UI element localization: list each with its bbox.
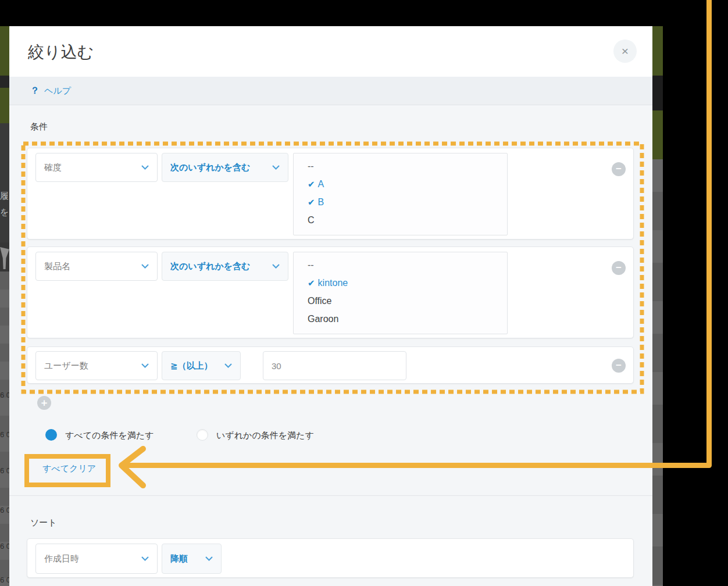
filter-dialog: 絞り込む × ？ ヘルプ 条件 確度 次のいずれかを含む -- ✔A ✔B C xyxy=(9,26,652,586)
background-left-strip xyxy=(0,242,9,271)
background-left-strip xyxy=(0,76,9,88)
sort-order-value: 降順 xyxy=(170,553,188,564)
background-row-fragment: 6 0 xyxy=(0,542,9,551)
help-bar: ？ ヘルプ xyxy=(9,77,652,105)
check-icon: ✔ xyxy=(308,197,315,208)
sort-order-select[interactable]: 降順 xyxy=(162,544,222,574)
field-select-value: 製品名 xyxy=(44,261,70,272)
sort-row: 作成日時 降順 xyxy=(27,538,634,578)
field-select-value: ユーザー数 xyxy=(44,360,88,371)
chevron-down-icon xyxy=(224,363,232,368)
chevron-down-icon xyxy=(141,264,149,269)
condition-row: 確度 次のいずれかを含む -- ✔A ✔B C − xyxy=(27,148,634,240)
background-left-strip: 履 を xyxy=(0,123,9,242)
chevron-down-icon xyxy=(141,556,149,561)
background-right-strip xyxy=(652,159,663,586)
sort-field-select[interactable]: 作成日時 xyxy=(35,544,158,574)
help-icon: ？ xyxy=(30,85,40,97)
background-left-strip xyxy=(0,26,9,76)
match-all-radio[interactable] xyxy=(45,429,57,441)
check-icon: ✔ xyxy=(308,278,315,288)
operator-select-value: ≧（以上） xyxy=(170,360,213,371)
sort-section-label: ソート xyxy=(30,517,57,528)
dialog-title: 絞り込む xyxy=(28,41,94,63)
screen: 履 を 6 0 6 0 6 0 6 0 6 0 6 0 絞り込む × ？ ヘルプ… xyxy=(0,0,728,586)
background-right-strip xyxy=(652,26,663,76)
value-multiselect[interactable]: -- ✔kintone Office Garoon xyxy=(293,252,508,334)
multiselect-option[interactable]: Office xyxy=(294,292,507,310)
option-label: Office xyxy=(308,296,332,306)
check-icon: ✔ xyxy=(308,179,315,190)
field-select-value: 確度 xyxy=(44,162,62,173)
multiselect-option[interactable]: -- xyxy=(294,256,507,274)
conditions-section-label: 条件 xyxy=(30,122,48,133)
close-icon: × xyxy=(622,44,629,58)
background-right-strip xyxy=(652,76,663,110)
field-select[interactable]: 確度 xyxy=(35,153,158,182)
operator-select[interactable]: 次のいずれかを含む xyxy=(162,252,288,281)
option-label: Garoon xyxy=(308,314,338,324)
sort-field-value: 作成日時 xyxy=(44,553,79,564)
clear-all-link[interactable]: すべてクリア xyxy=(42,463,96,474)
condition-row: 製品名 次のいずれかを含む -- ✔kintone Office Garoon … xyxy=(27,246,634,338)
option-label: kintone xyxy=(318,278,348,288)
operator-select[interactable]: 次のいずれかを含む xyxy=(162,153,288,182)
background-row-fragment: 6 0 xyxy=(0,391,9,400)
option-label: -- xyxy=(308,260,314,270)
background-row-fragment: 6 0 xyxy=(0,576,9,585)
operator-select-value: 次のいずれかを含む xyxy=(170,261,250,272)
operator-select[interactable]: ≧（以上） xyxy=(162,351,241,380)
value-input[interactable] xyxy=(263,351,406,380)
dialog-header: 絞り込む × xyxy=(9,26,652,77)
background-text-fragment: 履 xyxy=(0,191,9,201)
match-any-label: いずれかの条件を満たす xyxy=(216,430,314,441)
field-select[interactable]: ユーザー数 xyxy=(35,351,158,380)
chevron-down-icon xyxy=(272,264,280,269)
operator-select-value: 次のいずれかを含む xyxy=(170,162,250,173)
close-button[interactable]: × xyxy=(613,40,637,63)
field-select[interactable]: 製品名 xyxy=(35,252,158,281)
multiselect-option[interactable]: ✔B xyxy=(294,193,507,211)
option-label: C xyxy=(308,215,315,226)
background-text-fragment: を xyxy=(0,207,9,217)
section-divider xyxy=(9,495,652,496)
condition-row: ユーザー数 ≧（以上） − xyxy=(27,346,634,384)
background-row-fragment: 6 0 xyxy=(0,466,9,476)
chevron-down-icon xyxy=(141,363,149,368)
chevron-down-icon xyxy=(205,556,213,561)
option-label: A xyxy=(318,179,324,190)
background-row-fragment: 6 0 xyxy=(0,506,9,515)
match-all-label: すべての条件を満たす xyxy=(65,430,154,441)
background-funnel-icon xyxy=(0,247,9,269)
remove-condition-button[interactable]: − xyxy=(612,261,626,275)
background-left-strip: 6 0 6 0 6 0 6 0 6 0 6 0 xyxy=(0,271,9,586)
multiselect-option[interactable]: C xyxy=(294,211,507,229)
add-condition-button[interactable]: ＋ xyxy=(37,396,51,410)
background-left-strip xyxy=(0,88,9,123)
multiselect-option[interactable]: -- xyxy=(294,157,507,175)
chevron-down-icon xyxy=(141,165,149,170)
help-link[interactable]: ヘルプ xyxy=(44,85,71,97)
option-label: -- xyxy=(308,161,314,171)
option-label: B xyxy=(318,197,324,208)
background-row-fragment: 6 0 xyxy=(0,430,9,440)
multiselect-option[interactable]: Garoon xyxy=(294,310,507,328)
remove-condition-button[interactable]: − xyxy=(612,359,626,373)
multiselect-option[interactable]: ✔kintone xyxy=(294,274,507,292)
value-multiselect[interactable]: -- ✔A ✔B C xyxy=(293,153,508,235)
remove-condition-button[interactable]: − xyxy=(612,162,626,176)
chevron-down-icon xyxy=(272,165,280,170)
background-right-strip xyxy=(652,110,663,159)
multiselect-option[interactable]: ✔A xyxy=(294,175,507,193)
match-any-radio[interactable] xyxy=(197,429,208,441)
